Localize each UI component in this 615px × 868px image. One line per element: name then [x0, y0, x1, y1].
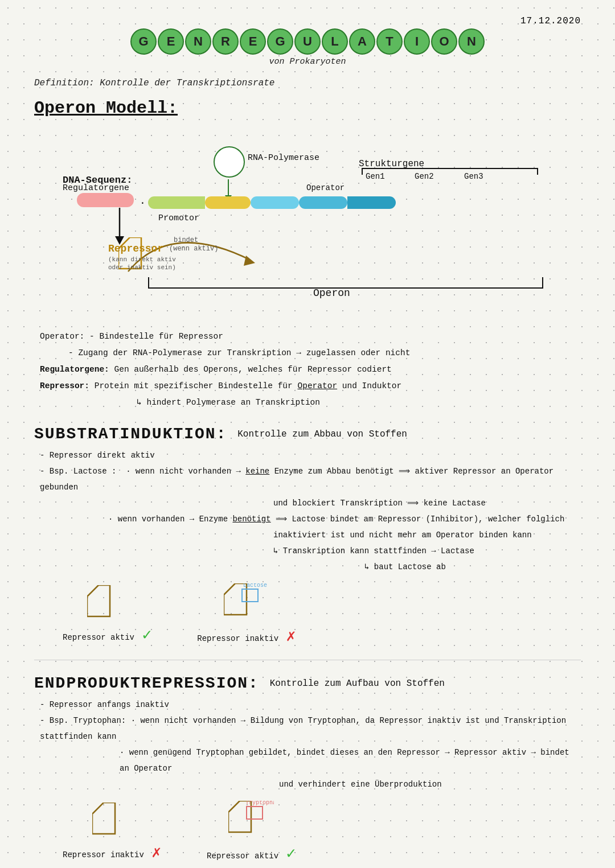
letter-G2: G [267, 28, 293, 55]
svg-text:(wenn aktiv): (wenn aktiv) [169, 245, 218, 253]
repressor-term: Repressor: [40, 381, 89, 390]
rep-aktiv-end-shape: Tryptophan [228, 801, 274, 838]
endprodukt-diagram-row: Repressor inaktiv ✗ Tryptophan Repressor… [63, 801, 581, 863]
repressor-subdef: ↳ hindert Polymerase an Transkription [137, 394, 581, 411]
operator-term: Operator: [40, 332, 84, 341]
rna-arrow-down [228, 179, 229, 196]
svg-text:Tryptophan: Tryptophan [245, 801, 274, 806]
rna-polymerase-circle [214, 146, 245, 178]
endprodukt-point3b: und verhindert eine Überproduktion [279, 776, 581, 792]
endprodukt-point3: · wenn genügend Tryptophan gebildet, bin… [120, 744, 581, 776]
letter-L: L [322, 28, 348, 55]
svg-marker-10 [92, 803, 115, 834]
operon-diagram: RNA-Polymerase DNA-Sequenz: Strukturgene… [34, 129, 581, 311]
letter-N: N [185, 28, 211, 55]
rep-inaktiv-shape: Lactose [224, 583, 269, 620]
rep-aktiv-end-diagram: Tryptophan Repressor aktiv ✓ [207, 801, 296, 863]
regulatorgene-def: Regulatorgene: Gen außerhalb des Operons… [40, 361, 581, 378]
gen2-segment [299, 196, 347, 209]
substrat-point3d: ↳ baut Lactose ab [364, 559, 581, 575]
definition-line: Definition: Kontrolle der Transkriptions… [34, 78, 581, 88]
xmark-end: ✗ [151, 842, 161, 862]
gen1-segment [251, 196, 299, 209]
rep-inaktiv-end-label: Repressor inaktiv ✗ [63, 842, 161, 862]
rep-inaktiv-label: Repressor inaktiv ✗ [197, 626, 296, 645]
substrat-point2b: und blockiert Transkription ⟹ keine Lact… [273, 495, 581, 511]
operator-def: Operator: - Bindestelle für Repressor [40, 328, 581, 345]
definition-text: Kontrolle der Transkriptionsrate [100, 78, 274, 88]
gen3-segment [347, 196, 396, 209]
svg-marker-2 [244, 256, 255, 266]
repressor-sublabel: (kann direkt aktiv oder inaktiv sein) [108, 256, 176, 272]
operator-def2: - Zugang der RNA-Polymerase zur Transkri… [68, 345, 581, 361]
endprodukt-point2: - Bsp. Tryptophan: · wenn nicht vorhande… [40, 713, 581, 744]
rep-inaktiv-end-shape [92, 803, 132, 837]
checkmark-aktiv: ✓ [142, 625, 151, 644]
letter-N2: N [458, 28, 485, 55]
gen1-label: Gen1 [366, 172, 385, 181]
rep-aktiv-end-label: Repressor aktiv ✓ [207, 844, 296, 863]
svg-marker-6 [87, 585, 110, 616]
repressor-aktiv-diagram: Repressor aktiv ✓ [63, 585, 151, 644]
letter-E: E [158, 28, 184, 55]
operator-label: Operator [306, 183, 345, 192]
repressor-inaktiv-diagram: Lactose Repressor inaktiv ✗ [197, 583, 296, 645]
gen3-label: Gen3 [464, 172, 483, 181]
letter-G: G [130, 28, 157, 55]
title-subtitle: von Prokaryoten [34, 57, 581, 67]
substrat-point3b: inaktiviert ist und nicht mehr am Operat… [273, 527, 581, 543]
strukturgene-bracket [362, 168, 538, 175]
dna-bar [148, 196, 396, 209]
letter-T: T [376, 28, 403, 55]
regulatorgene-term: Regulatorgene: [40, 365, 109, 374]
xmark-inaktiv: ✗ [286, 626, 296, 645]
endprodukt-heading: ENDPRODUKTREPRESSION: Kontrolle zum Aufb… [34, 674, 581, 692]
repressor-def-text: Protein mit spezifischer Bindestelle für… [95, 381, 402, 390]
letter-E2: E [240, 28, 266, 55]
gen2-label: Gen2 [415, 172, 434, 181]
repressor-def: Repressor: Protein mit spezifischer Bind… [40, 378, 581, 394]
date-label: 17.12.2020 [520, 16, 581, 26]
letter-R: R [212, 28, 239, 55]
svg-rect-8 [242, 589, 258, 602]
rna-poly-label: RNA-Polymerase [248, 153, 319, 163]
endprodukt-section: ENDPRODUKTREPRESSION: Kontrolle zum Aufb… [34, 674, 581, 863]
checkmark-end: ✓ [286, 844, 296, 863]
letter-O: O [431, 28, 457, 55]
regulatorgene-bar [77, 193, 134, 207]
promotor-label: Promotor [158, 213, 199, 223]
regulatorgene-label: Regulatorgene [63, 183, 129, 193]
letter-I: I [404, 28, 430, 55]
repressor-label: Repressor [108, 243, 163, 254]
definitions-block: Operator: - Bindestelle für Repressor - … [34, 328, 581, 411]
operator-def-text1: - Bindestelle für Repressor [89, 332, 223, 341]
substrat-point3: · wenn vorhanden → Enzyme benötigt ⟹ Lac… [108, 511, 581, 527]
substrat-point2: - Bsp. Lactose : · wenn nicht vorhanden … [40, 463, 581, 495]
operator-segment [205, 196, 251, 209]
definition-label: Definition: [34, 78, 100, 88]
substratinduktion-section: SUBSTRATINDUKTION: Kontrolle zum Abbau v… [34, 425, 581, 645]
svg-text:Lactose: Lactose [243, 583, 267, 589]
operon-heading: Operon Modell: [34, 98, 581, 118]
operon-text: Operon [313, 287, 350, 299]
section-divider-1 [34, 660, 581, 660]
substrat-heading: SUBSTRATINDUKTION: Kontrolle zum Abbau v… [34, 425, 581, 443]
substrat-point1: - Repressor direkt aktiv [40, 447, 581, 463]
title-bubbles: G E N R E G U L A T I O N [34, 28, 581, 55]
svg-text:bindet: bindet [174, 236, 198, 244]
rep-inaktiv-end-diagram: Repressor inaktiv ✗ [63, 803, 161, 862]
operon-bracket [148, 277, 543, 289]
rep-aktiv-shape [87, 585, 127, 619]
promotor-segment [148, 196, 205, 209]
endprodukt-point1: - Repressor anfangs inaktiv [40, 697, 581, 713]
substrat-diagram-row: Repressor aktiv ✓ Lactose Repressor inak… [63, 583, 581, 645]
substrat-point3c: ↳ Transkription kann stattfinden → Lacta… [273, 543, 581, 559]
svg-rect-12 [247, 807, 263, 819]
regulatorgene-def-text: Gen außerhalb des Operons, welches für R… [114, 365, 392, 374]
letter-U: U [294, 28, 321, 55]
letter-A: A [349, 28, 375, 55]
rep-aktiv-label: Repressor aktiv ✓ [63, 625, 151, 644]
